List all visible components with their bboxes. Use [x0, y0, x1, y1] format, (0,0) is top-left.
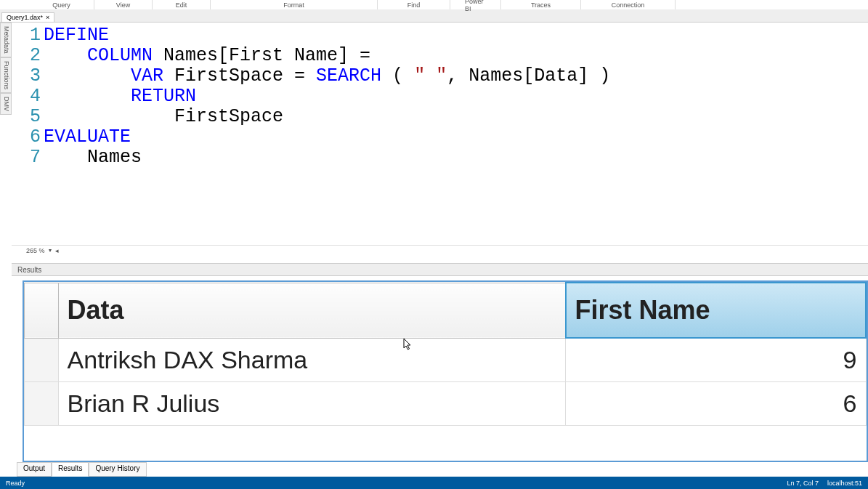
- results-panel-header: Results: [12, 263, 868, 276]
- line-gutter: 1234567: [12, 25, 44, 245]
- bottom-tab-output[interactable]: Output: [17, 462, 52, 477]
- tab-label: Query1.dax*: [7, 14, 43, 21]
- bottom-tab-results[interactable]: Results: [52, 462, 89, 477]
- document-tab[interactable]: Query1.dax* ×: [1, 12, 54, 22]
- code-content[interactable]: DEFINE COLUMN Names[First Name] = VAR Fi…: [44, 25, 868, 245]
- table-row[interactable]: Antriksh DAX Sharma9: [25, 338, 867, 382]
- side-tab-metadata[interactable]: Metadata: [0, 23, 12, 57]
- column-header[interactable]: Data: [58, 283, 565, 338]
- cell-first-name[interactable]: 6: [566, 382, 867, 426]
- cell-first-name[interactable]: 9: [566, 338, 867, 382]
- cell-data[interactable]: Brian R Julius: [58, 382, 565, 426]
- menu-view[interactable]: View: [94, 0, 153, 9]
- row-selector[interactable]: [25, 382, 59, 426]
- code-line[interactable]: COLUMN Names[First Name] =: [44, 46, 868, 66]
- status-bar: Ready Ln 7, Col 7 localhost:51: [0, 477, 868, 489]
- code-line[interactable]: DEFINE: [44, 25, 868, 46]
- menu-find[interactable]: Find: [378, 0, 450, 9]
- bottom-tab-query-history[interactable]: Query History: [89, 462, 146, 477]
- editor-footer: 265 % ▼ ◂: [12, 245, 868, 255]
- column-header[interactable]: First Name: [566, 283, 867, 338]
- status-text: Ready: [6, 480, 25, 487]
- side-tabs: MetadataFunctionsDMV: [0, 23, 12, 115]
- side-tab-functions[interactable]: Functions: [0, 57, 12, 93]
- bottom-tabs: OutputResultsQuery History: [17, 462, 147, 477]
- row-selector[interactable]: [25, 338, 59, 382]
- menu-format[interactable]: Format: [211, 0, 378, 9]
- menu-edit[interactable]: Edit: [153, 0, 211, 9]
- menu-query[interactable]: Query: [29, 0, 94, 9]
- scroll-left-icon[interactable]: ◂: [55, 247, 59, 254]
- code-line[interactable]: Names: [44, 147, 868, 168]
- table-row[interactable]: Brian R Julius6: [25, 382, 867, 426]
- results-grid[interactable]: DataFirst Name Antriksh DAX Sharma9Brian…: [23, 280, 868, 462]
- code-editor[interactable]: 1234567 DEFINE COLUMN Names[First Name] …: [12, 23, 868, 255]
- results-grid-container: DataFirst Name Antriksh DAX Sharma9Brian…: [17, 276, 868, 462]
- menu-connection[interactable]: Connection: [581, 0, 676, 9]
- document-tabs: Query1.dax* ×: [0, 9, 868, 23]
- connection-status: localhost:51: [827, 480, 862, 487]
- zoom-dropdown-icon[interactable]: ▼: [48, 248, 53, 253]
- cell-data[interactable]: Antriksh DAX Sharma: [58, 338, 565, 382]
- menu-power-bi[interactable]: Power BI: [450, 0, 501, 9]
- side-tab-dmv[interactable]: DMV: [0, 93, 12, 115]
- row-selector-header[interactable]: [25, 283, 59, 338]
- results-label: Results: [17, 266, 41, 274]
- cursor-position: Ln 7, Col 7: [787, 480, 819, 487]
- code-line[interactable]: FirstSpace: [44, 107, 868, 127]
- code-line[interactable]: EVALUATE: [44, 127, 868, 147]
- menu-traces[interactable]: Traces: [501, 0, 581, 9]
- zoom-level[interactable]: 265 %: [26, 247, 45, 254]
- menu-bar: QueryViewEditFormatFindPower BITracesCon…: [0, 0, 868, 9]
- code-line[interactable]: VAR FirstSpace = SEARCH ( " ", Names[Dat…: [44, 66, 868, 86]
- close-icon[interactable]: ×: [46, 14, 49, 21]
- code-line[interactable]: RETURN: [44, 86, 868, 107]
